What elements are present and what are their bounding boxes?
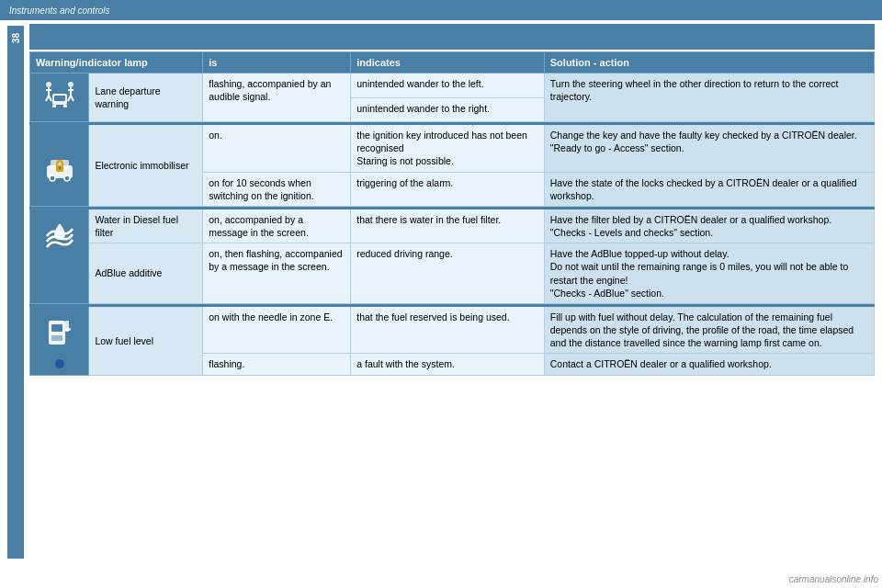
- table-row: Water in Diesel fuel filter on, accompan…: [30, 209, 875, 243]
- indicates-water: that there is water in the fuel filter.: [351, 209, 545, 243]
- table-row: Low fuel level on with the needle in zon…: [30, 306, 875, 354]
- water-adblue-icon: [36, 220, 83, 293]
- is-adblue: on, then flashing, accompanied by a mess…: [203, 243, 351, 304]
- lane-departure-icon: [36, 77, 83, 118]
- solution-lane: Turn the steering wheel in the other dir…: [544, 74, 874, 122]
- icon-cell-lane: [30, 74, 89, 122]
- solution-water: Have the filter bled by a CITROËN dealer…: [544, 209, 874, 243]
- table-header-row: Warning/indicator lamp is indicates Solu…: [30, 52, 875, 74]
- solution-fuel-needle: Fill up with fuel without delay. The cal…: [544, 306, 874, 354]
- is-immobiliser-on: on.: [203, 125, 351, 173]
- solution-immobiliser-on: Change the key and have the faulty key c…: [544, 125, 874, 173]
- table-row: Electronic immobiliser on. the ignition …: [30, 125, 875, 173]
- warning-table: Warning/indicator lamp is indicates Solu…: [29, 51, 875, 376]
- indicates-adblue: reduced driving range.: [351, 243, 545, 304]
- indicates-fuel-flashing: a fault with the system.: [351, 354, 545, 375]
- svg-rect-2: [52, 105, 56, 107]
- svg-point-16: [50, 175, 55, 181]
- section-header: [29, 24, 875, 50]
- svg-rect-3: [63, 105, 67, 107]
- lamp-name-lane: Lane departure warning: [89, 74, 203, 122]
- table-row: Lane departure warning flashing, accompa…: [30, 74, 875, 98]
- indicates-lane-left: unintended wander to the left.: [351, 74, 545, 98]
- main-content: Warning/indicator lamp is indicates Solu…: [26, 24, 882, 376]
- lamp-name-fuel: Low fuel level: [89, 306, 203, 375]
- solution-fuel-flashing: Contact a CITROËN dealer or a qualified …: [544, 354, 874, 375]
- solution-adblue: Have the AdBlue topped-up without delay.…: [544, 243, 874, 304]
- svg-point-9: [68, 82, 74, 87]
- svg-point-19: [58, 166, 61, 169]
- page-header: Instruments and controls: [0, 0, 882, 20]
- is-fuel-flashing: flashing.: [203, 354, 351, 375]
- indicates-immobiliser-on: the ignition key introduced has not been…: [351, 125, 545, 173]
- indicates-fuel-needle: that the fuel reserved is being used.: [351, 306, 545, 354]
- fuel-icon: [36, 311, 83, 357]
- svg-rect-24: [65, 328, 71, 331]
- svg-rect-22: [51, 335, 62, 341]
- col-header-is: is: [203, 52, 351, 74]
- icon-cell-fuel: [30, 306, 89, 375]
- col-header-solution: Solution - action: [544, 52, 874, 74]
- lamp-name-water: Water in Diesel fuel filter: [89, 209, 203, 243]
- indicates-immobiliser-10s: triggering of the alarm.: [351, 172, 545, 206]
- lamp-name-immobiliser: Electronic immobiliser: [89, 125, 203, 207]
- svg-rect-21: [51, 324, 62, 332]
- is-fuel-needle: on with the needle in zone E.: [203, 306, 351, 354]
- table-row: AdBlue additive on, then flashing, accom…: [30, 243, 875, 304]
- indicates-lane-right: unintended wander to the right.: [351, 97, 545, 122]
- page-number-sidebar: 38: [7, 26, 24, 559]
- immobiliser-icon: [36, 145, 83, 186]
- svg-point-17: [64, 175, 70, 181]
- svg-rect-20: [49, 321, 65, 345]
- icon-cell-water-adblue: [30, 209, 89, 303]
- solution-immobiliser-10s: Have the state of the locks checked by a…: [544, 172, 874, 206]
- col-header-indicates: indicates: [351, 52, 545, 74]
- header-title: Instruments and controls: [9, 6, 110, 16]
- svg-line-13: [71, 96, 74, 101]
- is-immobiliser-10s: on for 10 seconds when switching on the …: [203, 172, 351, 206]
- watermark: carmanualsonline.info: [789, 574, 878, 584]
- col-header-lamp: Warning/indicator lamp: [30, 52, 203, 74]
- svg-line-8: [49, 96, 51, 101]
- svg-point-4: [46, 82, 51, 87]
- icon-cell-immobiliser: [30, 125, 89, 207]
- lamp-name-adblue: AdBlue additive: [89, 243, 203, 304]
- is-water: on, accompanied by a message in the scre…: [203, 209, 351, 243]
- fuel-warning-dot: [55, 359, 64, 368]
- page-number: 38: [11, 33, 21, 43]
- svg-rect-1: [54, 96, 65, 101]
- is-lane: flashing, accompanied by an audible sign…: [203, 74, 351, 122]
